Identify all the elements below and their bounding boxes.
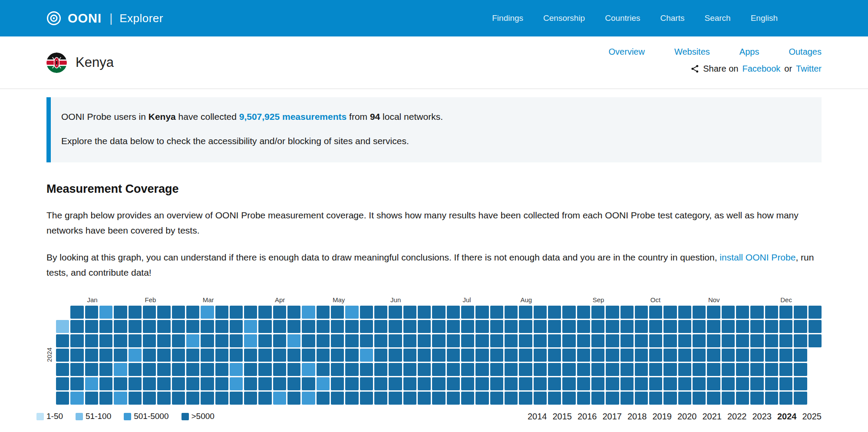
heatmap-cell[interactable]	[534, 320, 547, 333]
heatmap-cell[interactable]	[345, 320, 358, 333]
heatmap-cell[interactable]	[678, 377, 691, 390]
heatmap-cell[interactable]	[765, 306, 778, 319]
heatmap-cell[interactable]	[794, 320, 807, 333]
heatmap-cell[interactable]	[722, 334, 735, 347]
heatmap-cell[interactable]	[548, 306, 561, 319]
heatmap-cell[interactable]	[157, 363, 170, 376]
heatmap-cell[interactable]	[186, 349, 199, 362]
heatmap-cell[interactable]	[765, 363, 778, 376]
heatmap-cell[interactable]	[635, 392, 648, 405]
heatmap-cell[interactable]	[693, 320, 706, 333]
heatmap-cell[interactable]	[172, 334, 185, 347]
heatmap-cell[interactable]	[736, 306, 749, 319]
heatmap-cell[interactable]	[432, 306, 445, 319]
heatmap-cell[interactable]	[201, 306, 214, 319]
heatmap-cell[interactable]	[693, 334, 706, 347]
heatmap-cell[interactable]	[201, 349, 214, 362]
heatmap-cell[interactable]	[736, 334, 749, 347]
heatmap-cell[interactable]	[663, 363, 677, 376]
heatmap-cell[interactable]	[432, 320, 445, 333]
heatmap-cell[interactable]	[750, 320, 763, 333]
heatmap-cell[interactable]	[519, 392, 532, 405]
heatmap-cell[interactable]	[345, 306, 358, 319]
heatmap-cell[interactable]	[317, 306, 330, 319]
ooni-explorer-logo[interactable]: OONI | Explorer	[46, 10, 163, 26]
heatmap-cell[interactable]	[736, 349, 749, 362]
heatmap-cell[interactable]	[389, 377, 402, 390]
heatmap-cell[interactable]	[635, 349, 648, 362]
heatmap-cell[interactable]	[722, 349, 735, 362]
heatmap-cell[interactable]	[230, 377, 243, 390]
heatmap-cell[interactable]	[548, 320, 561, 333]
heatmap-cell[interactable]	[649, 377, 662, 390]
heatmap-cell[interactable]	[85, 363, 98, 376]
heatmap-cell[interactable]	[635, 320, 648, 333]
heatmap-cell[interactable]	[779, 377, 792, 390]
heatmap-cell[interactable]	[779, 306, 792, 319]
heatmap-cell[interactable]	[461, 363, 474, 376]
heatmap-cell[interactable]	[418, 363, 431, 376]
heatmap-cell[interactable]	[56, 349, 69, 362]
heatmap-cell[interactable]	[331, 349, 344, 362]
heatmap-cell[interactable]	[736, 377, 749, 390]
heatmap-cell[interactable]	[577, 320, 590, 333]
heatmap-cell[interactable]	[230, 306, 243, 319]
heatmap-cell[interactable]	[447, 349, 460, 362]
heatmap-cell[interactable]	[577, 306, 590, 319]
heatmap-cell[interactable]	[562, 334, 575, 347]
heatmap-cell[interactable]	[70, 392, 83, 405]
heatmap-cell[interactable]	[157, 349, 170, 362]
heatmap-cell[interactable]	[258, 349, 271, 362]
heatmap-cell[interactable]	[157, 306, 170, 319]
heatmap-cell[interactable]	[779, 320, 792, 333]
heatmap-cell[interactable]	[258, 377, 271, 390]
heatmap-cell[interactable]	[418, 349, 431, 362]
year-option-2025[interactable]: 2025	[802, 412, 822, 422]
heatmap-cell[interactable]	[374, 377, 387, 390]
heatmap-cell[interactable]	[56, 392, 69, 405]
heatmap-cell[interactable]	[765, 392, 778, 405]
heatmap-cell[interactable]	[389, 334, 402, 347]
heatmap-cell[interactable]	[345, 392, 358, 405]
heatmap-cell[interactable]	[663, 377, 677, 390]
heatmap-cell[interactable]	[693, 349, 706, 362]
heatmap-cell[interactable]	[447, 320, 460, 333]
heatmap-cell[interactable]	[663, 392, 677, 405]
heatmap-cell[interactable]	[693, 392, 706, 405]
heatmap-cell[interactable]	[201, 377, 214, 390]
heatmap-cell[interactable]	[201, 392, 214, 405]
heatmap-cell[interactable]	[606, 377, 619, 390]
heatmap-cell[interactable]	[418, 306, 431, 319]
heatmap-cell[interactable]	[317, 349, 330, 362]
heatmap-cell[interactable]	[172, 349, 185, 362]
heatmap-cell[interactable]	[215, 334, 228, 347]
heatmap-cell[interactable]	[230, 363, 243, 376]
heatmap-cell[interactable]	[461, 320, 474, 333]
heatmap-cell[interactable]	[244, 334, 257, 347]
heatmap-cell[interactable]	[534, 349, 547, 362]
heatmap-cell[interactable]	[70, 306, 83, 319]
heatmap-cell[interactable]	[447, 377, 460, 390]
heatmap-cell[interactable]	[663, 349, 677, 362]
heatmap-cell[interactable]	[490, 320, 503, 333]
tab-outages[interactable]: Outages	[789, 47, 822, 57]
heatmap-cell[interactable]	[693, 306, 706, 319]
heatmap-cell[interactable]	[85, 306, 98, 319]
heatmap-cell[interactable]	[85, 377, 98, 390]
heatmap-cell[interactable]	[779, 392, 792, 405]
heatmap-cell[interactable]	[577, 377, 590, 390]
heatmap-cell[interactable]	[432, 392, 445, 405]
heatmap-cell[interactable]	[114, 320, 127, 333]
heatmap-cell[interactable]	[201, 320, 214, 333]
heatmap-cell[interactable]	[562, 363, 575, 376]
heatmap-cell[interactable]	[403, 392, 416, 405]
heatmap-cell[interactable]	[505, 349, 518, 362]
heatmap-cell[interactable]	[722, 363, 735, 376]
heatmap-cell[interactable]	[258, 392, 271, 405]
heatmap-cell[interactable]	[606, 349, 619, 362]
tab-websites[interactable]: Websites	[674, 47, 710, 57]
nav-findings[interactable]: Findings	[492, 13, 523, 23]
heatmap-cell[interactable]	[317, 334, 330, 347]
heatmap-cell[interactable]	[606, 392, 619, 405]
heatmap-cell[interactable]	[779, 349, 792, 362]
